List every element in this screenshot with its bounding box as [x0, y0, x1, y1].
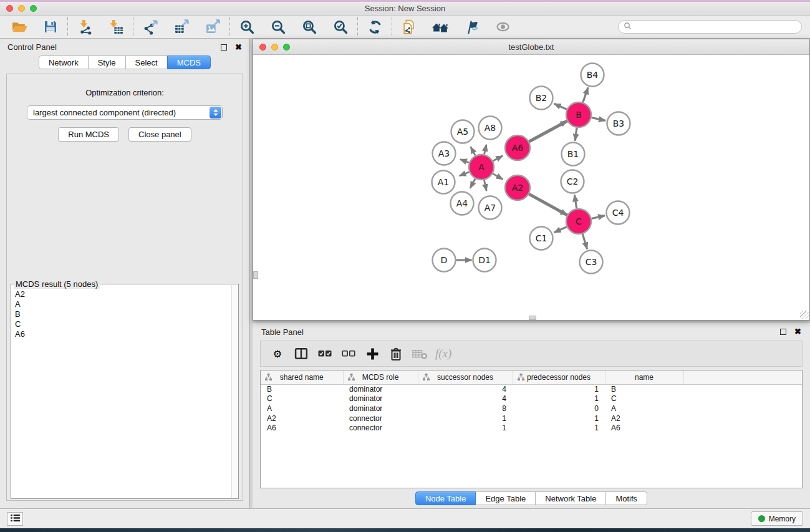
table-cell[interactable]: C [605, 394, 683, 404]
table-tab-edge-table[interactable]: Edge Table [475, 491, 536, 505]
graph-node-B3[interactable]: B3 [607, 112, 630, 135]
table-row[interactable]: Cdominator41C [261, 394, 802, 404]
export-table-icon[interactable] [173, 18, 190, 36]
float-table-panel-icon[interactable] [780, 329, 786, 335]
graph-node-A7[interactable]: A7 [479, 196, 502, 220]
table-cell[interactable]: C [261, 394, 343, 404]
open-file-icon[interactable] [11, 18, 28, 36]
graph-edge-A-A5[interactable] [471, 147, 475, 155]
graph-edge-A2-C[interactable] [529, 194, 567, 215]
mcds-result-list[interactable]: A2ABCA6 [11, 284, 238, 339]
table-cell[interactable]: 8 [418, 404, 513, 414]
mcds-result-item[interactable]: B [15, 309, 237, 319]
import-network-icon[interactable] [76, 18, 94, 36]
copy-session-icon[interactable] [400, 18, 418, 36]
graph-edge-B-B3[interactable] [592, 117, 605, 120]
tab-style[interactable]: Style [88, 56, 126, 69]
graph-node-A1[interactable]: A1 [432, 171, 455, 194]
mcds-result-item[interactable]: A [15, 299, 237, 309]
show-column-panel-icon[interactable] [293, 344, 309, 363]
graph-edge-B-B1[interactable] [575, 128, 577, 141]
canvas-left-handle[interactable] [253, 271, 258, 279]
select-all-columns-icon[interactable] [317, 344, 333, 363]
add-column-icon[interactable] [364, 344, 380, 363]
settings-gear-icon[interactable]: ⚙ [269, 344, 286, 363]
export-image-icon[interactable] [204, 18, 221, 36]
column-header-shared-name[interactable]: shared name [261, 370, 343, 384]
zoom-in-icon[interactable] [238, 18, 256, 36]
table-cell[interactable]: 1 [513, 394, 605, 404]
table-cell[interactable]: 1 [418, 423, 513, 433]
home-icon[interactable] [432, 18, 449, 36]
network-canvas[interactable]: B4B2BB3A8A5A6A3B1AC2A1A2A4A7C4CC1C3DD1 [253, 55, 809, 320]
graph-edge-C-C1[interactable] [554, 227, 567, 233]
table-cell[interactable]: dominator [343, 394, 418, 404]
eye-icon[interactable] [494, 18, 511, 36]
import-table-icon[interactable] [107, 18, 125, 36]
graph-edge-B-B4[interactable] [583, 87, 588, 102]
table-cell[interactable]: 1 [513, 384, 605, 394]
table-cell[interactable]: A6 [605, 423, 683, 433]
tab-mcds[interactable]: MCDS [167, 56, 211, 69]
tab-select[interactable]: Select [125, 56, 168, 69]
deselect-all-columns-icon[interactable] [340, 344, 357, 363]
graph-node-A[interactable]: A [469, 155, 494, 180]
close-table-panel-icon[interactable]: ✖ [794, 329, 801, 335]
graph-edge-A-A8[interactable] [485, 145, 486, 155]
graph-node-A3[interactable]: A3 [433, 142, 456, 165]
graph-node-C1[interactable]: C1 [530, 227, 553, 250]
graph-edge-B-B2[interactable] [554, 104, 567, 109]
tab-network[interactable]: Network [39, 56, 89, 69]
table-cell[interactable]: B [261, 384, 343, 394]
table-cell[interactable]: 4 [418, 394, 513, 404]
graph-edge-A-A2[interactable] [493, 173, 503, 179]
close-panel-icon[interactable]: ✖ [235, 44, 242, 51]
search-input[interactable] [635, 22, 796, 31]
mcds-result-item[interactable]: C [15, 319, 237, 329]
graph-node-A4[interactable]: A4 [451, 192, 474, 215]
graph-node-B[interactable]: B [566, 102, 591, 127]
refresh-icon[interactable] [366, 18, 383, 36]
graph-node-A5[interactable]: A5 [451, 120, 475, 143]
delete-column-icon[interactable] [388, 344, 404, 363]
table-cell[interactable]: A [605, 404, 683, 414]
table-cell[interactable]: 1 [513, 414, 605, 423]
table-row[interactable]: Bdominator41B [261, 384, 802, 394]
graph-node-B1[interactable]: B1 [562, 143, 585, 166]
result-scrollbar[interactable] [231, 285, 238, 498]
column-header-successor-nodes[interactable]: successor nodes [418, 370, 513, 384]
zoom-out-icon[interactable] [269, 18, 287, 36]
table-cell[interactable]: dominator [343, 384, 418, 394]
table-cell[interactable]: A6 [261, 423, 343, 433]
table-cell[interactable]: connector [343, 423, 418, 433]
graph-edge-A6-B[interactable] [529, 121, 567, 142]
column-header-predecessor-nodes[interactable]: predecessor nodes [513, 370, 605, 384]
export-network-icon[interactable] [142, 18, 159, 36]
close-panel-button[interactable]: Close panel [128, 127, 191, 142]
table-cell[interactable]: A [261, 404, 343, 414]
table-cell[interactable]: A2 [261, 414, 343, 423]
graph-node-A8[interactable]: A8 [479, 117, 502, 140]
task-history-button[interactable] [7, 512, 23, 526]
mcds-result-item[interactable]: A6 [15, 329, 237, 339]
table-row[interactable]: Adominator80A [261, 404, 802, 414]
search-field[interactable] [618, 20, 802, 34]
graph-edge-C-C4[interactable] [591, 216, 605, 219]
node-table[interactable]: shared nameMCDS rolesuccessor nodesprede… [261, 370, 802, 433]
table-row[interactable]: A6connector11A6 [261, 423, 802, 433]
graph-edge-A-A1[interactable] [460, 172, 470, 176]
graph-node-D1[interactable]: D1 [473, 249, 496, 272]
graph-node-C[interactable]: C [566, 209, 591, 234]
graph-node-C4[interactable]: C4 [607, 201, 630, 225]
graph-node-C2[interactable]: C2 [561, 170, 584, 193]
graph-node-C3[interactable]: C3 [580, 251, 603, 274]
graphics-details-icon[interactable] [463, 18, 480, 36]
graph-node-B2[interactable]: B2 [530, 87, 553, 110]
table-cell[interactable]: 0 [513, 404, 605, 414]
graph-node-B4[interactable]: B4 [581, 64, 604, 87]
canvas-bottom-handle[interactable] [529, 316, 536, 320]
table-cell[interactable]: 1 [513, 423, 605, 433]
table-tab-network-table[interactable]: Network Table [535, 491, 606, 505]
table-cell[interactable]: dominator [343, 404, 418, 414]
graph-node-A2[interactable]: A2 [505, 175, 530, 200]
